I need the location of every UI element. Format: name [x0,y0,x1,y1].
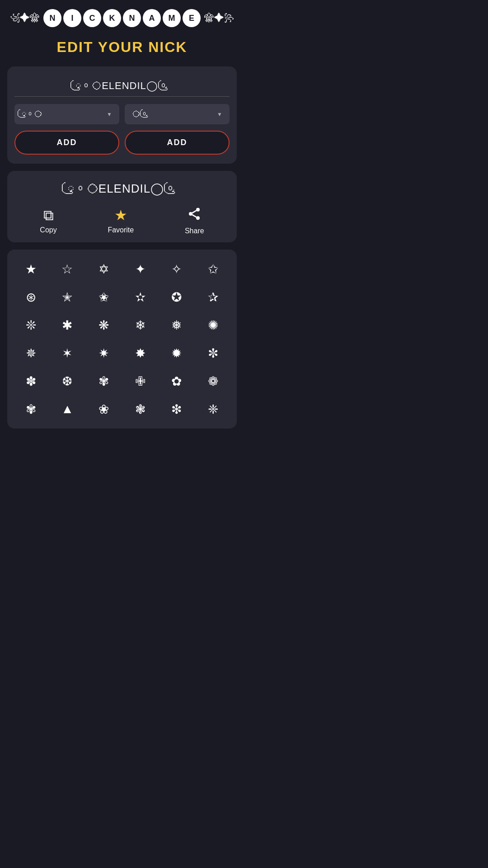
symbol-item[interactable]: ✰ [197,285,230,309]
symbol-item[interactable]: ✾ [87,369,120,393]
symbol-item[interactable]: ❀ [87,397,120,421]
svg-line-3 [192,215,197,217]
share-button[interactable]: Share [185,207,204,235]
symbol-item[interactable]: ★ [14,257,47,281]
share-icon [187,207,202,223]
symbol-item[interactable]: ❊ [14,313,47,337]
suffix-dropdown-value: ◯꧐ꦿ [132,109,148,119]
symbol-item[interactable]: ❋ [87,313,120,337]
logo-letter-k: K [103,9,121,27]
suffix-dropdown[interactable]: ◯꧐ꦿ ▼ [125,104,230,124]
symbol-item[interactable]: ✪ [160,285,193,309]
symbol-item[interactable]: ✶ [51,341,84,365]
symbol-item[interactable]: ✽ [14,369,47,393]
symbol-item[interactable]: ✭ [51,285,84,309]
add-prefix-button[interactable]: ADD [14,131,119,155]
svg-point-2 [196,216,200,220]
logo-letter-n2: N [123,9,141,27]
symbol-item[interactable]: ✵ [14,341,47,365]
add-buttons-row: ADD ADD [14,131,230,155]
symbol-item[interactable]: ✱ [51,313,84,337]
add-suffix-button[interactable]: ADD [125,131,230,155]
prefix-dropdown-value: ꦿ꧐◯ [22,109,42,119]
svg-point-0 [196,208,200,212]
logo-letter-a: A [143,9,161,27]
symbol-item[interactable]: ✦ [124,257,157,281]
symbol-item[interactable]: ✙ [124,369,157,393]
left-decoration: ꧁✦⚜ [10,12,40,24]
suffix-chevron-icon: ▼ [217,111,222,118]
symbols-card: ★☆✡✦✧✩⊛✭✬✫✪✰❊✱❋❄❅✺✵✶✷✸✹✼✽❆✾✙✿❁✾▲❀❃❇❈ [7,250,237,429]
symbol-item[interactable]: ❇ [160,397,193,421]
symbol-item[interactable]: ✿ [160,369,193,393]
preview-nick-text: ꦿ꧐◯ELENDIL◯꧐ꦿ [14,182,230,196]
symbol-item[interactable]: ✾ [14,397,47,421]
preview-card: ꦿ꧐◯ELENDIL◯꧐ꦿ ⧉ Copy ★ Favorite Share [7,171,237,242]
svg-line-4 [192,211,197,213]
dropdowns-row: ꦿ꧐◯ ▼ ◯꧐ꦿ ▼ [14,104,230,124]
star-icon: ★ [114,208,127,222]
share-label: Share [185,227,204,235]
symbol-item[interactable]: ❆ [51,369,84,393]
symbols-grid: ★☆✡✦✧✩⊛✭✬✫✪✰❊✱❋❄❅✺✵✶✷✸✹✼✽❆✾✙✿❁✾▲❀❃❇❈ [14,257,230,421]
symbol-item[interactable]: ❄ [124,313,157,337]
logo-letter-c: C [83,9,101,27]
symbol-item[interactable]: ✩ [197,257,230,281]
logo-letter-n: N [43,9,61,27]
symbol-item[interactable]: ✫ [124,285,157,309]
logo-letter-e: E [183,9,201,27]
logo-letters: N I C K N A M E [43,9,201,27]
favorite-button[interactable]: ★ Favorite [108,208,134,234]
favorite-label: Favorite [108,226,134,234]
symbol-item[interactable]: ❃ [124,397,157,421]
prefix-chevron-icon: ▼ [107,111,112,118]
prefix-dropdown[interactable]: ꦿ꧐◯ ▼ [14,104,119,124]
copy-button[interactable]: ⧉ Copy [40,208,56,234]
symbol-item[interactable]: ❈ [197,397,230,421]
symbol-item[interactable]: ✺ [197,313,230,337]
symbol-item[interactable]: ❁ [197,369,230,393]
app-header: ꧁✦⚜ N I C K N A M E ⚜✦꧂ [0,0,244,32]
symbol-item[interactable]: ✼ [197,341,230,365]
symbol-item[interactable]: ✧ [160,257,193,281]
action-buttons-row: ⧉ Copy ★ Favorite Share [14,207,230,235]
symbol-item[interactable]: ⊛ [14,285,47,309]
symbol-item[interactable]: ❅ [160,313,193,337]
page-title: EDIT YOUR NICK [0,32,244,66]
symbol-item[interactable]: ▲ [51,397,84,421]
right-decoration: ⚜✦꧂ [204,12,234,24]
symbol-item[interactable]: ✸ [124,341,157,365]
svg-point-1 [189,212,192,216]
symbol-item[interactable]: ✷ [87,341,120,365]
logo-letter-i: I [63,9,81,27]
symbol-item[interactable]: ✹ [160,341,193,365]
editor-card: ꦿ꧐◯ ▼ ◯꧐ꦿ ▼ ADD ADD [7,66,237,164]
symbol-item[interactable]: ☆ [51,257,84,281]
nick-input[interactable] [14,75,230,97]
copy-label: Copy [40,226,56,234]
symbol-item[interactable]: ✡ [87,257,120,281]
logo-letter-m: M [163,9,181,27]
symbol-item[interactable]: ✬ [87,285,120,309]
copy-icon: ⧉ [43,208,54,222]
